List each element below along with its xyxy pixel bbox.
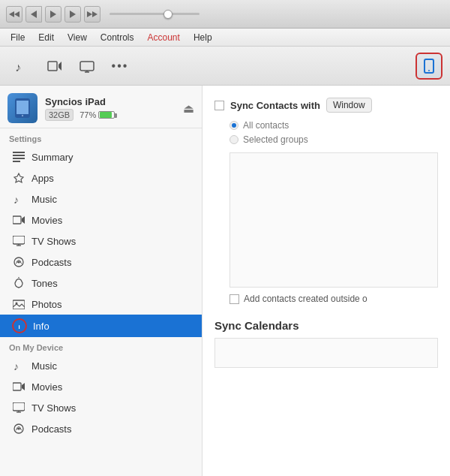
svg-rect-21 xyxy=(13,161,20,162)
menu-controls[interactable]: Controls xyxy=(94,31,140,44)
selected-groups-radio-dot xyxy=(230,135,238,144)
podcasts-device-icon xyxy=(12,422,26,435)
svg-rect-18 xyxy=(13,152,25,153)
skip-forward-button[interactable] xyxy=(84,6,100,23)
menu-account[interactable]: Account xyxy=(142,31,186,44)
device-meta: 32GB 77% xyxy=(45,109,176,121)
settings-section-label: Settings xyxy=(0,128,202,146)
tones-icon xyxy=(12,276,26,290)
sync-contacts-dropdown[interactable]: Window xyxy=(326,98,372,113)
tvshows-device-icon xyxy=(12,401,26,414)
svg-marker-0 xyxy=(9,11,14,17)
menu-file[interactable]: File xyxy=(4,31,31,44)
sidebar-item-tvshows-device[interactable]: TV Shows xyxy=(0,397,202,418)
sidebar-item-tones[interactable]: Tones xyxy=(0,273,202,294)
menu-view[interactable]: View xyxy=(62,31,93,44)
sidebar-item-info[interactable]: i Info xyxy=(0,315,202,337)
summary-icon xyxy=(12,150,26,164)
movies-icon xyxy=(12,213,26,227)
apps-label: Apps xyxy=(32,173,54,184)
all-contacts-radio-dot xyxy=(230,121,238,130)
sync-contacts-checkbox[interactable] xyxy=(214,101,224,110)
add-outside-label: Add contacts created outside o xyxy=(244,294,368,304)
info-icon: i xyxy=(12,318,27,333)
svg-marker-6 xyxy=(92,11,98,17)
forward-button[interactable] xyxy=(64,6,81,23)
add-outside-checkbox[interactable] xyxy=(230,294,239,304)
summary-label: Summary xyxy=(32,152,74,163)
sidebar-item-photos[interactable]: Photos xyxy=(0,294,202,315)
menu-edit[interactable]: Edit xyxy=(32,31,60,44)
add-outside-contacts: Add contacts created outside o xyxy=(230,294,438,304)
play-button[interactable] xyxy=(45,6,62,23)
sync-calendars-section: Sync Calendars xyxy=(214,319,438,368)
svg-marker-3 xyxy=(50,11,56,18)
radio-selected-groups[interactable]: Selected groups xyxy=(230,134,438,145)
music-label: Music xyxy=(32,194,57,205)
photos-label: Photos xyxy=(32,299,62,310)
selected-groups-label: Selected groups xyxy=(243,134,308,145)
eject-button[interactable]: ⏏ xyxy=(183,101,194,116)
device-info: Syncios iPad 32GB 77% xyxy=(45,96,176,121)
svg-marker-37 xyxy=(22,383,25,390)
svg-rect-25 xyxy=(13,236,25,244)
sync-contacts-header: Sync Contacts with Window xyxy=(214,98,438,113)
svg-marker-4 xyxy=(70,11,76,18)
podcasts-icon xyxy=(12,255,26,269)
sidebar-item-summary[interactable]: Summary xyxy=(0,146,202,167)
tvshows-device-label: TV Shows xyxy=(32,402,76,414)
svg-rect-38 xyxy=(13,402,25,411)
svg-point-42 xyxy=(18,428,20,430)
svg-rect-23 xyxy=(13,216,21,224)
svg-marker-9 xyxy=(58,62,62,71)
menu-bar: File Edit View Controls Account Help xyxy=(0,29,450,47)
sidebar-item-movies-device[interactable]: Movies xyxy=(0,376,202,397)
volume-slider[interactable] xyxy=(110,13,200,15)
svg-marker-5 xyxy=(87,11,92,17)
device-size: 32GB xyxy=(45,109,74,121)
groups-list[interactable] xyxy=(230,152,438,288)
svg-rect-36 xyxy=(13,383,21,390)
movies-label: Movies xyxy=(32,215,62,226)
sync-contacts-title: Sync Contacts with xyxy=(230,100,320,111)
sidebar-item-podcasts-device[interactable]: Podcasts xyxy=(0,418,202,439)
sidebar-item-podcasts[interactable]: Podcasts xyxy=(0,252,202,273)
svg-marker-2 xyxy=(31,11,37,18)
volume-thumb xyxy=(164,10,172,19)
movies-device-icon xyxy=(12,380,26,393)
svg-text:i: i xyxy=(19,324,20,330)
device-tool-button[interactable] xyxy=(416,53,442,80)
sidebar-item-apps[interactable]: Apps xyxy=(0,167,202,188)
svg-rect-19 xyxy=(13,155,25,156)
svg-point-14 xyxy=(428,70,430,71)
video-tool-button[interactable] xyxy=(40,53,68,80)
sidebar-item-tvshows[interactable]: TV Shows xyxy=(0,230,202,252)
sync-contacts-section: Sync Contacts with Window All contacts S… xyxy=(214,98,438,304)
device-section: Syncios iPad 32GB 77% ⏏ xyxy=(0,86,202,128)
tvshows-label: TV Shows xyxy=(32,236,76,247)
radio-options: All contacts Selected groups xyxy=(230,120,438,145)
battery-bar xyxy=(98,111,115,119)
back-button[interactable] xyxy=(26,6,42,23)
battery-fill xyxy=(100,112,111,118)
svg-point-17 xyxy=(22,115,23,116)
tv-tool-button[interactable] xyxy=(74,53,100,80)
info-label: Info xyxy=(33,321,50,332)
all-contacts-label: All contacts xyxy=(243,120,289,131)
skip-back-button[interactable] xyxy=(6,6,22,23)
calendars-list[interactable] xyxy=(214,338,438,368)
photos-icon xyxy=(12,297,26,311)
sidebar-item-music[interactable]: ♪ Music xyxy=(0,188,202,209)
music-icon: ♪ xyxy=(12,192,26,206)
svg-rect-10 xyxy=(80,62,94,71)
sidebar-item-music-device[interactable]: ♪ Music xyxy=(0,355,202,376)
menu-help[interactable]: Help xyxy=(188,31,218,44)
toolbar: ♪ ••• xyxy=(0,47,450,86)
device-name: Syncios iPad xyxy=(45,96,176,107)
music-tool-button[interactable]: ♪ xyxy=(8,53,34,80)
svg-text:♪: ♪ xyxy=(14,194,19,205)
radio-all-contacts[interactable]: All contacts xyxy=(230,120,438,131)
sidebar-item-movies[interactable]: Movies xyxy=(0,209,202,230)
sync-calendars-title: Sync Calendars xyxy=(214,319,438,332)
more-tool-button[interactable]: ••• xyxy=(106,53,134,80)
